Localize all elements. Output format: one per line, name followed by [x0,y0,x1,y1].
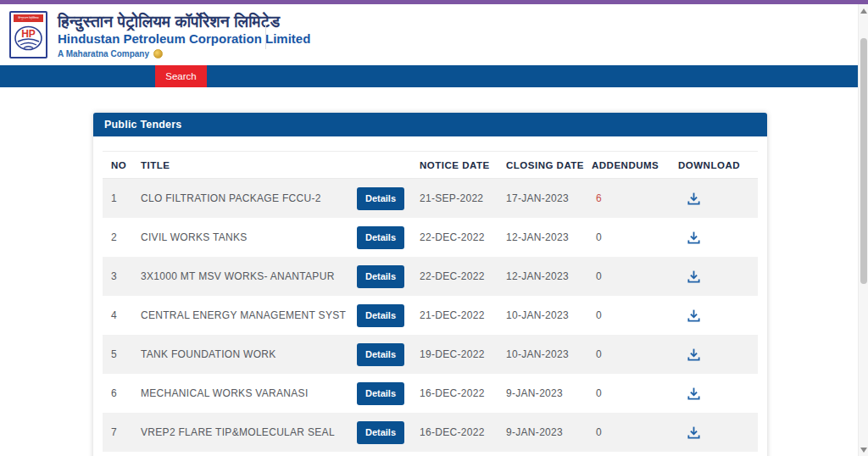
table-row: 6 MECHANICAL WORKS VARANASI Details 16-D… [103,374,758,413]
header-download: DOWNLOAD [678,160,758,170]
notice-date-cell: 19-DEC-2022 [420,348,506,360]
download-button[interactable] [685,268,702,285]
download-button[interactable] [685,229,702,246]
row-number: 3 [111,270,141,282]
table-row: 2 CIVIL WORKS TANKS Details 22-DEC-2022 … [103,218,758,257]
download-icon [687,192,701,206]
download-cell [678,190,758,207]
details-cell: Details [357,421,420,444]
addendums-value: 0 [592,348,678,360]
table-row: 1 CLO FILTRATION PACKAGE FCCU-2 Details … [103,179,758,218]
tender-title: MECHANICAL WORKS VARANASI [141,387,357,399]
details-button[interactable]: Details [357,343,404,366]
download-cell [678,346,758,363]
notice-date-cell: 21-SEP-2022 [420,192,506,204]
scrollbar-up-arrow[interactable] [860,8,867,14]
details-cell: Details [357,265,420,288]
details-button[interactable]: Details [357,382,404,405]
table-row: 5 TANK FOUNDATION WORK Details 19-DEC-20… [103,335,758,374]
scrollbar-thumb[interactable] [860,38,867,284]
main-navbar: Search [0,65,868,87]
notice-date-cell: 22-DEC-2022 [420,231,506,243]
tender-title: CIVIL WORKS TANKS [141,231,357,243]
closing-date-cell: 17-JAN-2023 [506,192,592,204]
row-number: 6 [111,387,141,399]
brand-title-hindi: हिन्दुस्तान पेट्रोलियम कॉर्पोरेशन लिमिटे… [58,12,310,31]
download-cell [678,424,758,441]
row-number: 4 [111,309,141,321]
closing-date-cell: 9-JAN-2023 [506,387,592,399]
scrollbar[interactable] [858,4,868,456]
addendums-value: 6 [592,192,678,204]
download-button[interactable] [685,346,702,363]
header-no: NO [111,160,141,170]
row-number: 7 [111,426,141,438]
site-header: हिन्दुस्तान पेट्रोलियम HP हिन्दुस्तान पे… [0,4,868,65]
medal-icon [153,49,163,58]
panel-title: Public Tenders [93,113,767,136]
table-row: 7 VREP2 FLARE TIP&MOLECULAR SEAL Details… [103,413,758,452]
header-divider [265,24,266,49]
notice-date-cell: 22-DEC-2022 [420,270,506,282]
details-cell: Details [357,187,420,210]
notice-date-cell: 21-DEC-2022 [420,309,506,321]
details-button[interactable]: Details [357,265,404,288]
header-addendums: ADDENDUMS [592,160,678,170]
download-button[interactable] [685,307,702,324]
tender-title: VREP2 FLARE TIP&MOLECULAR SEAL [141,426,357,438]
notice-date-cell: 16-DEC-2022 [420,387,506,399]
row-number: 2 [111,231,141,243]
closing-date-cell: 12-JAN-2023 [506,270,592,282]
download-cell [678,385,758,402]
header-notice-date: NOTICE DATE [420,160,506,170]
download-button[interactable] [685,190,702,207]
notice-date-cell: 16-DEC-2022 [420,426,506,438]
download-button[interactable] [685,424,702,441]
closing-date-cell: 12-JAN-2023 [506,231,592,243]
details-button[interactable]: Details [357,226,404,249]
details-button[interactable]: Details [357,421,404,444]
page: हिन्दुस्तान पेट्रोलियम HP हिन्दुस्तान पे… [0,0,868,456]
details-button[interactable]: Details [357,304,404,327]
download-icon [687,425,701,440]
brand-tagline: A Maharatna Company [58,49,149,58]
brand-tagline-row: A Maharatna Company [58,49,310,58]
table-row: 3 3X1000 MT MSV WORKS- ANANTAPUR Details… [103,257,758,296]
closing-date-cell: 9-JAN-2023 [506,426,592,438]
hp-logo-icon: HP [11,21,46,57]
tender-title: 3X1000 MT MSV WORKS- ANANTAPUR [141,270,357,282]
details-cell: Details [357,343,420,366]
table-header-row: NO TITLE NOTICE DATE CLOSING DATE ADDEND… [103,151,758,179]
details-cell: Details [357,304,420,327]
hpcl-logo[interactable]: हिन्दुस्तान पेट्रोलियम HP [9,11,47,58]
download-icon [687,231,701,245]
details-cell: Details [357,382,420,405]
addendums-value: 0 [592,387,678,399]
download-cell [678,229,758,246]
tender-title: CENTRAL ENERGY MANAGEMENT SYST [141,309,357,321]
details-cell: Details [357,226,420,249]
closing-date-cell: 10-JAN-2023 [506,348,592,360]
download-icon [687,386,701,401]
header-title: TITLE [141,160,357,170]
addendums-value: 0 [592,231,678,243]
table-row: 4 CENTRAL ENERGY MANAGEMENT SYST Details… [103,296,758,335]
scrollbar-down-arrow[interactable] [860,448,867,453]
addendums-value: 0 [592,270,678,282]
closing-date-cell: 10-JAN-2023 [506,309,592,321]
row-number: 1 [111,192,141,204]
addendums-value: 0 [592,426,678,438]
details-button[interactable]: Details [357,187,404,210]
brand-title-english: Hindustan Petroleum Corporation Limited [58,31,310,47]
public-tenders-panel: Public Tenders NO TITLE NOTICE DATE CLOS… [93,113,767,456]
download-icon [687,309,701,323]
search-button[interactable]: Search [155,65,207,87]
download-icon [687,270,701,284]
download-button[interactable] [685,385,702,402]
brand-text: हिन्दुस्तान पेट्रोलियम कॉर्पोरेशन लिमिटे… [58,12,310,58]
addendums-value: 0 [592,309,678,321]
tenders-table: NO TITLE NOTICE DATE CLOSING DATE ADDEND… [103,151,758,452]
table-body: 1 CLO FILTRATION PACKAGE FCCU-2 Details … [103,179,758,452]
tender-title: CLO FILTRATION PACKAGE FCCU-2 [141,192,357,204]
download-icon [687,348,701,362]
